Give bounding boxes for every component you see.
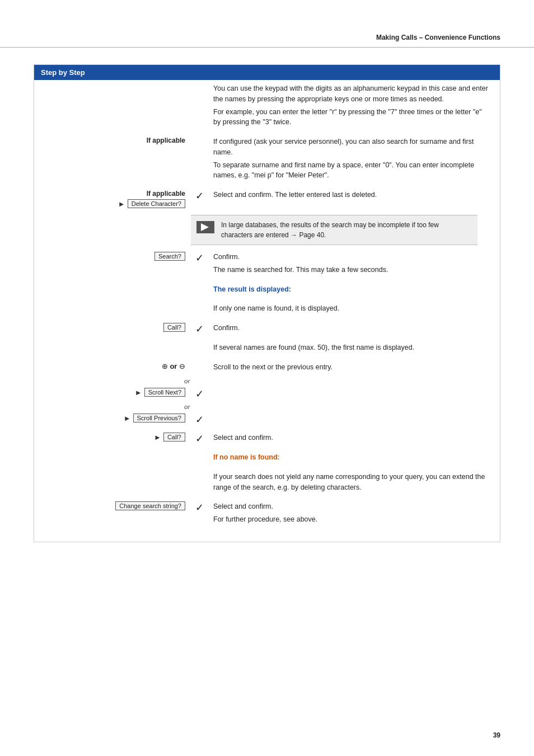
no-name-info-row: If your search does not yield any name c… (34, 468, 500, 499)
or-row-1: or (34, 378, 500, 384)
note-icon (196, 221, 216, 240)
search-button: Search? (154, 252, 185, 261)
if-applicable-right-1: If configured (ask your service personne… (208, 137, 500, 183)
scroll-previous-row: ► Scroll Previous? ✓ (34, 410, 500, 429)
intro-row: You can use the keypad with the digits a… (34, 80, 500, 133)
delete-character-check: ✓ (191, 190, 208, 202)
plus-minus-row: ⊕ or ⊖ Scroll to the next or the previou… (34, 359, 500, 378)
page-number: 39 (493, 731, 500, 739)
plus-minus-label: ⊕ or ⊖ (162, 362, 185, 370)
scroll-next-row: ► Scroll Next? ✓ (34, 384, 500, 403)
note-text: In large databases, the results of the s… (221, 220, 472, 240)
several-names-text: If several names are found (max. 50), th… (208, 342, 500, 355)
search-right: Confirm. The name is searched for. This … (208, 252, 500, 278)
call-button-1: Call? (163, 323, 185, 332)
call-1-right: Confirm. (208, 323, 500, 336)
scroll-next-arrow-icon: ► (135, 388, 142, 397)
delete-character-left: If applicable ► Delete Character? (34, 190, 191, 208)
delete-character-row: If applicable ► Delete Character? ✓ Sele… (34, 186, 500, 212)
delete-arrow-icon: ► (118, 200, 125, 208)
result-heading: The result is displayed: (213, 284, 489, 295)
scroll-previous-check: ✓ (191, 414, 208, 426)
note-container: In large databases, the results of the s… (34, 212, 500, 248)
step-by-step-body: You can use the keypad with the digits a… (34, 80, 500, 530)
call-row-2: ► Call? ✓ Select and confirm. (34, 429, 500, 449)
page-header: Making Calls – Convenience Functions (0, 0, 534, 48)
no-name-heading-row: If no name is found: (34, 449, 500, 468)
call-1-check: ✓ (191, 323, 208, 335)
scroll-previous-arrow-icon: ► (124, 414, 131, 422)
change-search-row: Change search string? ✓ Select and confi… (34, 498, 500, 530)
change-search-button: Change search string? (115, 501, 185, 510)
header-title: Making Calls – Convenience Functions (376, 34, 500, 41)
scroll-next-check: ✓ (191, 388, 208, 400)
main-content: Step by Step You can use the keypad with… (0, 48, 534, 565)
scroll-previous-button: Scroll Previous? (133, 414, 185, 422)
search-row: Search? ✓ Confirm. The name is searched … (34, 248, 500, 281)
call-2-arrow-icon: ► (154, 433, 161, 442)
search-left: Search? (34, 252, 191, 261)
or-row-2: or (34, 403, 500, 410)
plus-minus-right: Scroll to the next or the previous entry… (208, 362, 500, 375)
several-names-row: If several names are found (max. 50), th… (34, 339, 500, 359)
step-by-step-box: Step by Step You can use the keypad with… (34, 64, 500, 542)
change-search-right: Select and confirm. For further procedur… (208, 501, 500, 527)
note-box: In large databases, the results of the s… (191, 215, 477, 245)
call-2-check: ✓ (191, 433, 208, 445)
if-applicable-row-1: If applicable If configured (ask your se… (34, 133, 500, 186)
no-name-heading: If no name is found: (213, 452, 489, 463)
call-1-left: Call? (34, 323, 191, 332)
if-applicable-left-1: If applicable (34, 137, 191, 144)
no-name-info: If your search does not yield any name c… (208, 472, 500, 495)
note-arrow-icon (196, 221, 214, 233)
change-search-check: ✓ (191, 501, 208, 514)
search-check: ✓ (191, 252, 208, 264)
call-button-2: Call? (163, 433, 185, 442)
call-row-1: Call? ✓ Confirm. (34, 320, 500, 339)
one-name-text: If only one name is found, it is display… (208, 303, 500, 316)
call-2-right: Select and confirm. (208, 433, 500, 445)
intro-right: You can use the keypad with the digits a… (208, 83, 500, 130)
scroll-next-button: Scroll Next? (144, 388, 185, 397)
result-heading-row: The result is displayed: (34, 281, 500, 300)
step-by-step-header: Step by Step (34, 65, 500, 80)
delete-character-button: Delete Character? (128, 199, 185, 208)
delete-character-right: Select and confirm. The letter entered l… (208, 190, 500, 203)
one-name-row: If only one name is found, it is display… (34, 300, 500, 320)
